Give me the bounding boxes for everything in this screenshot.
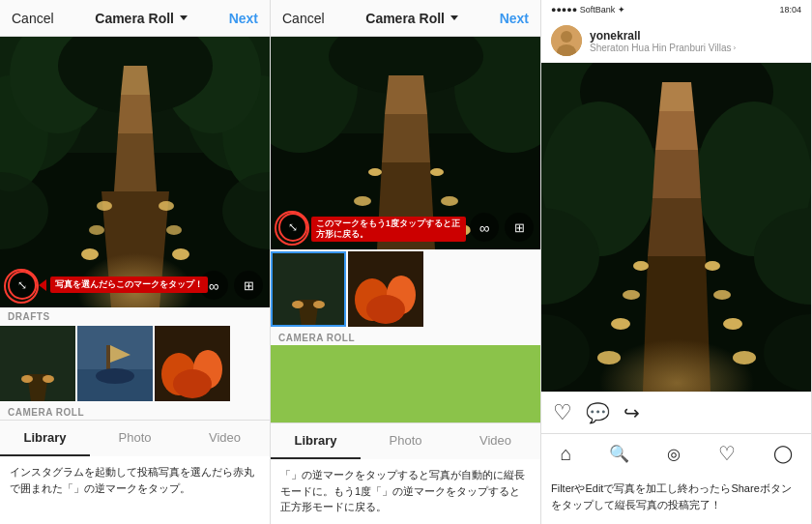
svg-point-60 (561, 31, 572, 43)
svg-point-53 (292, 301, 304, 308)
title-2[interactable]: Camera Roll (365, 11, 458, 26)
user-info: yonekrall Sheraton Hua Hin Pranburi Vill… (590, 29, 736, 53)
image-overlay-icons-1: ⤡ ∞ ⊞ (8, 271, 263, 300)
tab-photo-1[interactable]: Photo (90, 421, 180, 456)
svg-point-32 (96, 368, 134, 384)
svg-point-36 (173, 369, 212, 398)
thumb-flower-2[interactable] (348, 251, 423, 327)
tab-library-2[interactable]: Library (271, 423, 361, 459)
camera-nav-icon[interactable]: ◎ (667, 445, 681, 463)
panel-2: Cancel Camera Roll Next (271, 0, 541, 524)
right-icons-1: ∞ ⊞ (199, 271, 263, 300)
svg-point-27 (43, 375, 54, 383)
svg-marker-12 (121, 66, 150, 95)
username: yonekrall (590, 29, 736, 43)
top-bar-2: Cancel Camera Roll Next (271, 0, 540, 37)
image-overlay-icons-2: ⤡ ∞ ⊞ (278, 213, 534, 242)
user-bar: yonekrall Sheraton Hua Hin Pranburi Vill… (541, 19, 811, 63)
next-button-1[interactable]: Next (229, 11, 258, 26)
grid-icon-1[interactable]: ⊞ (234, 271, 263, 300)
svg-point-78 (623, 290, 640, 300)
cancel-button-1[interactable]: Cancel (12, 11, 54, 26)
svg-marker-73 (648, 198, 706, 256)
right-icons-2: ∞ ⊞ (470, 213, 534, 242)
drafts-row[interactable] (0, 324, 270, 403)
thumb-3[interactable] (155, 326, 230, 401)
svg-point-17 (159, 201, 174, 211)
thumb-1[interactable] (0, 326, 75, 401)
description-2: 「」の逆マークをタップすると写真が自動的に縦長モードに。もう1度「」の逆マークを… (271, 459, 540, 524)
svg-point-48 (441, 196, 458, 206)
profile-nav-icon[interactable]: ◯ (773, 443, 793, 464)
thumbs-row-2[interactable] (271, 249, 540, 329)
thumbs-section-2: CAMERA ROLL (271, 249, 540, 345)
svg-point-26 (21, 375, 33, 383)
bottom-nav: ⌂ 🔍 ◎ ♡ ◯ (541, 433, 811, 473)
top-bar-1: Cancel Camera Roll Next (0, 0, 270, 37)
action-bar: ♡ 💬 ↪ (541, 392, 811, 433)
svg-point-77 (633, 261, 649, 271)
comment-button[interactable]: 💬 (586, 401, 610, 424)
tab-video-1[interactable]: Video (180, 421, 270, 456)
description-3: FilterやEditで写真を加工し終わったらShareボタンをタップして縦長写… (541, 473, 811, 524)
post-image (541, 63, 812, 392)
svg-marker-76 (659, 82, 694, 111)
svg-point-45 (368, 168, 382, 176)
svg-marker-10 (114, 133, 157, 191)
panel-1: Cancel Camera Roll Next (0, 0, 271, 524)
location[interactable]: Sheraton Hua Hin Pranburi Villas › (590, 43, 736, 53)
share-button[interactable]: ↪ (624, 401, 640, 424)
tab-library-1[interactable]: Library (0, 421, 90, 456)
expand-icon-2[interactable]: ⤡ (278, 213, 307, 242)
svg-point-54 (313, 301, 325, 308)
like-button[interactable]: ♡ (553, 400, 572, 425)
camera-roll-label-2: CAMERA ROLL (271, 329, 540, 345)
bottom-tabs-2: Library Photo Video (271, 422, 540, 459)
infinity-icon-2[interactable]: ∞ (470, 213, 499, 242)
search-nav-icon[interactable]: 🔍 (609, 444, 629, 464)
infinity-icon-1[interactable]: ∞ (199, 271, 228, 300)
svg-point-13 (97, 201, 112, 211)
chevron-down-icon-2 (450, 15, 458, 20)
svg-point-82 (713, 290, 731, 300)
svg-rect-85 (599, 305, 754, 392)
svg-marker-74 (652, 150, 701, 198)
bottom-tabs-1: Library Photo Video (0, 420, 270, 456)
tab-photo-2[interactable]: Photo (361, 423, 450, 459)
svg-point-58 (366, 295, 405, 324)
svg-marker-44 (385, 75, 427, 114)
main-image-1: ⤡ ∞ ⊞ 写真を選んだらこのマークをタップ！ (0, 37, 271, 307)
drafts-label: DRAFTS (0, 307, 270, 324)
svg-point-47 (354, 196, 371, 206)
status-bar: ●●●●● SoftBank ✦ 18:04 (541, 0, 811, 19)
drafts-section: DRAFTS (0, 307, 270, 420)
thumb-2[interactable] (77, 326, 153, 401)
heart-nav-icon[interactable]: ♡ (718, 442, 736, 465)
avatar (551, 25, 582, 56)
tab-video-2[interactable]: Video (450, 423, 540, 459)
chevron-down-icon-1 (180, 15, 188, 20)
main-image-2: ⤡ ∞ ⊞ このマークをもう1度タップすると正方形に戻る。 (271, 37, 541, 249)
status-time: 18:04 (779, 5, 801, 15)
description-1: インスタグラムを起動して投稿写真を選んだら赤丸で囲まれた「」の逆マークをタップ。 (0, 456, 270, 524)
thumb-selected-2[interactable] (271, 251, 346, 327)
grid-icon-2[interactable]: ⊞ (505, 213, 534, 242)
next-button-2[interactable]: Next (500, 11, 529, 26)
green-placeholder (271, 345, 540, 422)
svg-marker-43 (382, 114, 430, 162)
svg-marker-11 (118, 95, 153, 133)
camera-roll-label-1: CAMERA ROLL (0, 403, 270, 420)
panel-3: ●●●●● SoftBank ✦ 18:04 yonekrall Sherato… (541, 0, 812, 524)
cancel-button-2[interactable]: Cancel (282, 11, 325, 26)
title-1[interactable]: Camera Roll (95, 11, 188, 26)
home-nav-icon[interactable]: ⌂ (560, 443, 571, 465)
svg-point-81 (705, 261, 720, 271)
expand-icon-1[interactable]: ⤡ (8, 271, 37, 300)
svg-marker-75 (655, 111, 698, 150)
location-chevron-icon: › (734, 44, 737, 52)
status-carrier: ●●●●● SoftBank ✦ (551, 5, 625, 15)
svg-point-46 (430, 168, 444, 176)
